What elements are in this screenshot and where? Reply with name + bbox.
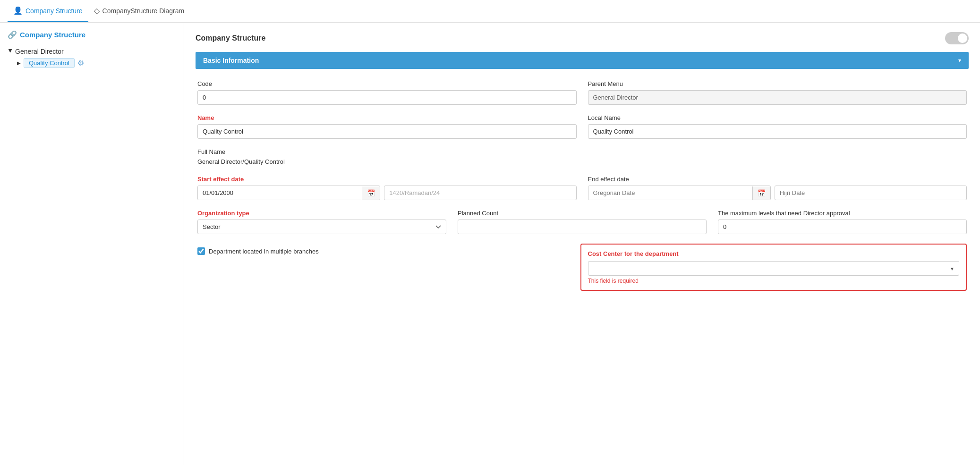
end-date-wrapper: 📅	[588, 186, 967, 200]
sidebar-title[interactable]: 🔗 Company Structure	[8, 30, 176, 39]
form-group-max-levels: The maximum levels that need Director ap…	[718, 210, 967, 234]
form-group-name: Name	[197, 114, 577, 139]
org-type-select[interactable]: Sector Department Unit Division	[197, 220, 446, 234]
cost-center-select-wrapper: ▼	[588, 261, 960, 276]
form-group-org-type: Organization type Sector Department Unit…	[197, 210, 446, 234]
cost-center-select[interactable]	[588, 261, 960, 276]
end-date-label: End effect date	[588, 176, 967, 183]
full-name-value: General Director/Quality Control	[197, 157, 967, 166]
diagram-icon: ◇	[94, 6, 100, 15]
form-group-start-date: Start effect date 📅	[197, 176, 577, 200]
form-row-code-parent: Code Parent Menu	[197, 80, 967, 105]
nav-label-company-structure: Company Structure	[26, 7, 83, 15]
tree-arrow-root: ▶	[8, 49, 13, 54]
code-input[interactable]	[197, 90, 577, 105]
local-name-label: Local Name	[588, 114, 967, 121]
planned-count-label: Planned Count	[458, 210, 707, 217]
basic-info-accordion[interactable]: Basic Information ▾	[196, 52, 969, 69]
parent-menu-label: Parent Menu	[588, 80, 967, 87]
cost-center-label: Cost Center for the department	[588, 250, 960, 257]
start-date-label: Start effect date	[197, 176, 577, 183]
toggle-slider	[945, 32, 969, 44]
form-row-name-localname: Name Local Name	[197, 114, 967, 139]
department-checkbox[interactable]	[197, 247, 205, 255]
end-date-gregorian-input[interactable]	[588, 186, 752, 200]
full-name-label: Full Name	[197, 148, 967, 155]
main-layout: 🔗 Company Structure ▶ General Director ▶…	[0, 23, 980, 465]
tree-child-quality-control[interactable]: ▶ Quality Control ⚙	[17, 58, 176, 68]
chevron-down-icon: ▾	[958, 57, 961, 64]
form-group-end-date: End effect date 📅	[588, 176, 967, 200]
start-date-gregorian-field: 📅	[197, 186, 380, 200]
max-levels-label: The maximum levels that need Director ap…	[718, 210, 967, 217]
tree-root-item[interactable]: ▶ General Director	[8, 47, 176, 56]
start-date-wrapper: 📅	[197, 186, 577, 200]
start-date-gregorian-input[interactable]	[198, 186, 362, 200]
form-row-org-type: Organization type Sector Department Unit…	[197, 210, 967, 234]
name-input[interactable]	[197, 124, 577, 139]
org-type-label: Organization type	[197, 210, 446, 217]
page-title: Company Structure	[196, 34, 265, 42]
person-icon: 👤	[13, 6, 23, 15]
accordion-title: Basic Information	[203, 57, 259, 64]
tree-children: ▶ Quality Control ⚙	[17, 58, 176, 68]
cost-center-required-msg: This field is required	[588, 278, 960, 284]
gear-icon[interactable]: ⚙	[77, 59, 84, 68]
cost-center-box: Cost Center for the department ▼ This fi…	[580, 244, 967, 291]
page-header: Company Structure	[196, 32, 969, 44]
bottom-left: Department located in multiple branches	[197, 244, 569, 261]
form-group-local-name: Local Name	[588, 114, 967, 139]
parent-menu-input	[588, 90, 967, 105]
content-area: Company Structure Basic Information ▾ Co…	[184, 23, 980, 465]
sidebar-title-text: Company Structure	[20, 31, 85, 39]
local-name-input[interactable]	[588, 124, 967, 139]
sidebar: 🔗 Company Structure ▶ General Director ▶…	[0, 23, 184, 465]
department-checkbox-row: Department located in multiple branches	[197, 247, 569, 255]
end-date-calendar-icon[interactable]: 📅	[752, 186, 770, 200]
end-date-gregorian-field: 📅	[588, 186, 771, 200]
code-label: Code	[197, 80, 577, 87]
name-label: Name	[197, 114, 577, 121]
form-group-full-name: Full Name General Director/Quality Contr…	[197, 148, 967, 166]
bottom-row: Department located in multiple branches …	[197, 244, 967, 291]
start-date-hijri-input[interactable]	[384, 186, 576, 200]
nav-diagram[interactable]: ◇ CompanyStructure Diagram	[88, 0, 190, 22]
max-levels-input[interactable]	[718, 220, 967, 234]
tree-root-label: General Director	[15, 48, 64, 55]
end-date-hijri-input[interactable]	[775, 186, 967, 200]
form-group-planned-count: Planned Count	[458, 210, 707, 234]
top-nav: 👤 Company Structure ◇ CompanyStructure D…	[0, 0, 980, 23]
form-section: Code Parent Menu Name Local Name	[196, 80, 969, 291]
tree-child-arrow: ▶	[17, 60, 21, 66]
link-icon: 🔗	[8, 30, 17, 39]
planned-count-input[interactable]	[458, 220, 707, 234]
toggle-switch[interactable]	[945, 32, 969, 44]
form-group-code: Code	[197, 80, 577, 105]
nav-company-structure[interactable]: 👤 Company Structure	[8, 0, 88, 22]
form-row-dates: Start effect date 📅 End effect date	[197, 176, 967, 200]
department-checkbox-label: Department located in multiple branches	[209, 248, 319, 255]
nav-label-diagram: CompanyStructure Diagram	[102, 7, 185, 15]
tree-child-label[interactable]: Quality Control	[24, 58, 75, 68]
form-group-parent-menu: Parent Menu	[588, 80, 967, 105]
start-date-calendar-icon[interactable]: 📅	[362, 186, 380, 200]
